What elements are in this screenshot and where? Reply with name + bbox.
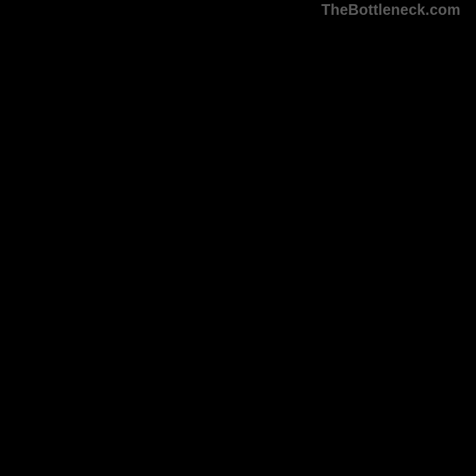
chart-frame [0, 0, 476, 476]
watermark-label: TheBottleneck.com [321, 1, 461, 18]
